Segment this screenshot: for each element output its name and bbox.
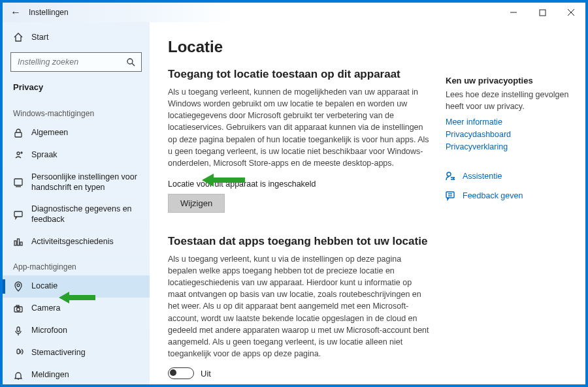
svg-rect-6 [15, 132, 22, 137]
svg-rect-9 [14, 179, 22, 185]
back-button[interactable]: ← [3, 7, 29, 18]
sidebar-item-speech[interactable]: Spraak [3, 144, 150, 166]
svg-rect-12 [14, 241, 16, 245]
feedback-icon [13, 209, 24, 220]
activity-icon [13, 237, 24, 247]
microphone-icon [13, 326, 24, 336]
bell-icon [13, 370, 24, 380]
svg-rect-14 [20, 242, 22, 245]
svg-point-7 [17, 152, 20, 155]
search-box[interactable] [10, 52, 142, 72]
sidebar-item-location[interactable]: Locatie [3, 275, 150, 298]
speech-icon [13, 150, 24, 161]
sidebar-item-inking[interactable]: Persoonlijke instellingen voor handschri… [3, 166, 150, 198]
search-icon [125, 57, 136, 67]
sidebar-item-camera[interactable]: Camera [3, 298, 150, 320]
link-privacy-statement[interactable]: Privacyverklaring [446, 141, 570, 153]
svg-line-5 [132, 63, 135, 66]
apps-location-toggle[interactable] [168, 367, 194, 379]
inking-icon [13, 178, 24, 188]
link-more-info[interactable]: Meer informatie [446, 116, 570, 129]
svg-rect-25 [446, 192, 454, 198]
sidebar-item-voice-activation[interactable]: Stemactivering [3, 342, 150, 364]
privacy-options-desc: Lees hoe deze instelling gevolgen heeft … [446, 89, 570, 112]
home-label: Start [31, 33, 48, 42]
voice-icon [13, 348, 24, 358]
give-feedback-link[interactable]: Feedback geven [446, 191, 570, 201]
close-button[interactable] [557, 3, 585, 22]
home-button[interactable]: Start [3, 26, 150, 48]
sidebar-item-diagnostics[interactable]: Diagnostische gegevens en feedback [3, 198, 150, 230]
svg-rect-19 [17, 327, 20, 332]
category-privacy[interactable]: Privacy [3, 76, 150, 100]
svg-point-8 [21, 152, 22, 153]
svg-rect-18 [16, 305, 19, 307]
help-icon [446, 171, 456, 181]
svg-rect-20 [17, 349, 20, 354]
section-allow-device-desc: Als u toegang verleent, kunnen de mogeli… [168, 86, 429, 169]
change-button[interactable]: Wijzigen [168, 194, 225, 213]
section-allow-apps-desc: Als u toegang verleent, kunt u via de in… [168, 253, 429, 360]
camera-icon [13, 303, 24, 314]
sidebar-item-activity[interactable]: Activiteitsgeschiedenis [3, 231, 150, 253]
feedback-icon [446, 191, 456, 201]
svg-rect-1 [540, 10, 546, 16]
svg-point-17 [17, 307, 20, 311]
search-input[interactable] [18, 57, 125, 67]
toggle-state-label: Uit [201, 369, 211, 379]
sidebar-item-general[interactable]: Algemeen [3, 122, 150, 144]
sidebar-item-microphone[interactable]: Microfoon [3, 320, 150, 342]
page-title: Locatie [168, 38, 567, 56]
minimize-button[interactable] [499, 3, 528, 22]
home-icon [13, 32, 24, 42]
title-bar: ← Instellingen [3, 3, 585, 22]
link-privacy-dashboard[interactable]: Privacydashboard [446, 129, 570, 141]
group-app-permissions: App-machtigingen [3, 253, 150, 275]
right-panel: Ken uw privacyopties Lees hoe deze inste… [446, 76, 570, 201]
svg-rect-13 [18, 239, 20, 245]
maximize-button[interactable] [528, 3, 557, 22]
window-title: Instellingen [29, 8, 69, 17]
sidebar-item-notifications[interactable]: Meldingen [3, 364, 150, 385]
svg-point-4 [127, 59, 133, 64]
section-allow-apps-title: Toestaan dat apps toegang hebben tot uw … [168, 235, 567, 248]
svg-rect-11 [14, 211, 22, 217]
sidebar: Start Privacy Windows-machtigingen Algem… [3, 22, 150, 384]
svg-point-15 [17, 284, 20, 286]
lock-icon [13, 128, 24, 138]
get-help-link[interactable]: Assistentie [446, 171, 570, 181]
privacy-options-title: Ken uw privacyopties [446, 76, 570, 85]
svg-point-24 [447, 172, 451, 176]
location-icon [13, 281, 24, 292]
group-windows-permissions: Windows-machtigingen [3, 100, 150, 122]
